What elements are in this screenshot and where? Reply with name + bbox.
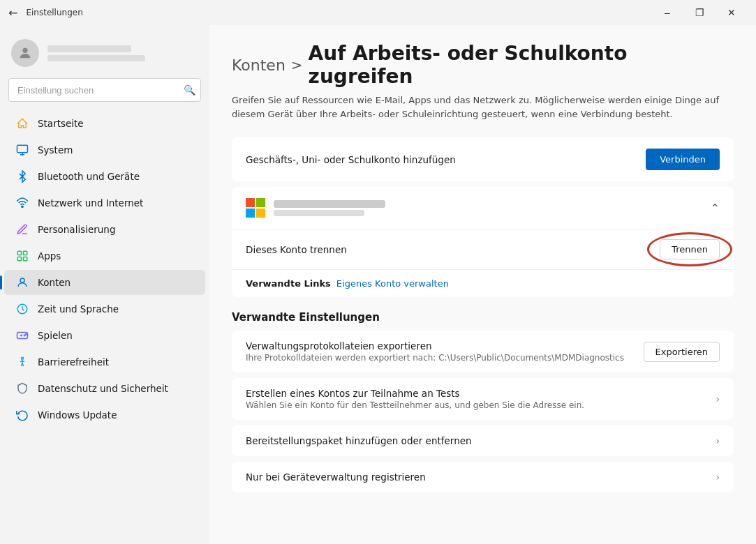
related-settings-header: Verwandte Einstellungen xyxy=(232,311,734,324)
svg-rect-4 xyxy=(24,251,27,255)
export-text: Verwaltungsprotokollateien exportieren I… xyxy=(246,340,624,363)
device-mgmt-card: Nur bei Geräteverwaltung registrieren › xyxy=(232,462,734,492)
svg-rect-5 xyxy=(17,257,21,261)
account-text xyxy=(274,200,385,216)
gaming-icon xyxy=(15,328,29,342)
search-input[interactable] xyxy=(8,78,201,102)
account-body: Dieses Konto trennen Trennen Verwandte L… xyxy=(232,229,734,297)
minimize-button[interactable]: – xyxy=(651,0,683,25)
konten-icon xyxy=(15,275,29,289)
app-title: Einstellungen xyxy=(26,8,82,17)
sidebar-item-spielen[interactable]: Spielen xyxy=(4,323,205,348)
sidebar-item-system[interactable]: System xyxy=(4,137,205,163)
page-description: Greifen Sie auf Ressourcen wie E-Mail, A… xyxy=(232,93,734,121)
chevron-right-icon: › xyxy=(716,393,720,405)
network-icon xyxy=(15,196,29,210)
sidebar-item-label-bluetooth: Bluetooth und Geräte xyxy=(38,171,140,182)
sidebar-item-apps[interactable]: Apps xyxy=(4,243,205,269)
deployment-card: Bereitstellungspaket hinzufügen oder ent… xyxy=(232,425,734,456)
sidebar-item-zeit[interactable]: Zeit und Sprache xyxy=(4,296,205,322)
ms-logo-yellow xyxy=(256,209,265,218)
svg-point-0 xyxy=(22,48,27,53)
deployment-title: Bereitstellungspaket hinzufügen oder ent… xyxy=(246,435,472,446)
ms-logo-green xyxy=(256,198,265,207)
account-card: ⌃ Dieses Konto trennen Trennen Verwandte… xyxy=(232,187,734,297)
back-icon[interactable]: ← xyxy=(8,6,17,20)
svg-rect-3 xyxy=(17,251,21,255)
accessibility-icon xyxy=(15,355,29,369)
device-mgmt-text: Nur bei Geräteverwaltung registrieren xyxy=(246,471,426,483)
sidebar-item-label-startseite: Startseite xyxy=(38,118,84,129)
breadcrumb-parent[interactable]: Konten xyxy=(232,56,286,74)
restore-button[interactable]: ❐ xyxy=(683,0,716,25)
page-title: Auf Arbeits- oder Schulkonto zugreifen xyxy=(309,42,734,88)
export-card: Verwaltungsprotokollateien exportieren I… xyxy=(232,331,734,372)
chevron-right-icon-deployment: › xyxy=(716,435,720,446)
related-links-row: Verwandte Links Eigenes Konto verwalten xyxy=(232,269,734,297)
device-mgmt-row[interactable]: Nur bei Geräteverwaltung registrieren › xyxy=(232,462,734,492)
sidebar-item-barrierefreiheit[interactable]: Barrierefreiheit xyxy=(4,349,205,375)
trennen-button[interactable]: Trennen xyxy=(660,239,720,259)
sidebar-item-label-windows-update: Windows Update xyxy=(38,409,117,421)
deployment-row[interactable]: Bereitstellungspaket hinzufügen oder ent… xyxy=(232,425,734,456)
svg-point-7 xyxy=(20,278,24,282)
svg-rect-6 xyxy=(24,257,27,261)
export-subtitle: Ihre Protokolldateien werden exportiert … xyxy=(246,353,624,363)
avatar xyxy=(11,39,39,67)
connect-button[interactable]: Verbinden xyxy=(646,149,720,170)
test-account-subtitle: Wählen Sie ein Konto für den Testteilneh… xyxy=(246,400,584,410)
content-area: Konten > Auf Arbeits- oder Schulkonto zu… xyxy=(209,25,756,544)
sidebar-item-bluetooth[interactable]: Bluetooth und Geräte xyxy=(4,164,205,189)
user-section xyxy=(0,31,209,78)
update-icon xyxy=(15,408,29,422)
sidebar-item-label-personalization: Personalisierung xyxy=(38,224,115,235)
system-icon xyxy=(15,143,29,157)
disconnect-row: Dieses Konto trennen Trennen xyxy=(232,229,734,269)
sidebar-item-konten[interactable]: Konten xyxy=(4,270,205,295)
search-icon: 🔍 xyxy=(184,84,195,96)
window-controls: – ❐ ✕ xyxy=(651,0,748,25)
time-icon xyxy=(15,302,29,316)
ms-logo-blue xyxy=(246,209,255,218)
sidebar-item-label-datenschutz: Datenschutz und Sicherheit xyxy=(38,383,168,394)
user-email-blur xyxy=(47,55,145,61)
chevron-right-icon-devmgmt: › xyxy=(716,471,720,483)
add-account-row: Geschäfts-, Uni- oder Schulkonto hinzufü… xyxy=(232,137,734,181)
sidebar-item-label-spielen: Spielen xyxy=(38,330,73,341)
sidebar-item-startseite[interactable]: Startseite xyxy=(4,111,205,136)
related-links-label: Verwandte Links xyxy=(246,278,331,289)
account-info xyxy=(246,198,385,218)
device-mgmt-title: Nur bei Geräteverwaltung registrieren xyxy=(246,471,426,483)
add-account-card: Geschäfts-, Uni- oder Schulkonto hinzufü… xyxy=(232,137,734,181)
export-button[interactable]: Exportieren xyxy=(644,342,720,362)
apps-icon xyxy=(15,249,29,263)
sidebar-item-datenschutz[interactable]: Datenschutz und Sicherheit xyxy=(4,376,205,401)
sidebar-item-label-konten: Konten xyxy=(38,277,71,288)
ms-logo-red xyxy=(246,198,255,207)
deployment-text: Bereitstellungspaket hinzufügen oder ent… xyxy=(246,435,472,446)
add-account-label: Geschäfts-, Uni- oder Schulkonto hinzufü… xyxy=(246,154,456,165)
own-account-link[interactable]: Eigenes Konto verwalten xyxy=(336,278,449,289)
titlebar: ← Einstellungen – ❐ ✕ xyxy=(0,0,756,25)
bluetooth-icon xyxy=(15,169,29,183)
sidebar-item-personalization[interactable]: Personalisierung xyxy=(4,217,205,242)
account-email-blurred xyxy=(274,210,364,216)
close-button[interactable]: ✕ xyxy=(716,0,748,25)
account-header: ⌃ xyxy=(232,187,734,229)
sidebar-item-label-apps: Apps xyxy=(38,250,61,262)
security-icon xyxy=(15,381,29,395)
sidebar-item-label-system: System xyxy=(38,144,73,156)
svg-point-13 xyxy=(26,334,27,335)
account-name-blurred xyxy=(274,200,385,208)
svg-point-14 xyxy=(22,357,24,359)
microsoft-logo xyxy=(246,198,265,218)
sidebar-item-label-barrierefreiheit: Barrierefreiheit xyxy=(38,356,109,368)
svg-point-2 xyxy=(22,206,23,207)
search-box[interactable]: 🔍 xyxy=(8,78,201,102)
test-account-row[interactable]: Erstellen eines Kontos zur Teilnahme an … xyxy=(232,378,734,420)
sidebar-item-network[interactable]: Netzwerk und Internet xyxy=(4,190,205,216)
sidebar-item-windows-update[interactable]: Windows Update xyxy=(4,402,205,428)
home-icon xyxy=(15,116,29,130)
chevron-up-icon[interactable]: ⌃ xyxy=(711,202,720,215)
user-name-blur xyxy=(47,45,131,52)
